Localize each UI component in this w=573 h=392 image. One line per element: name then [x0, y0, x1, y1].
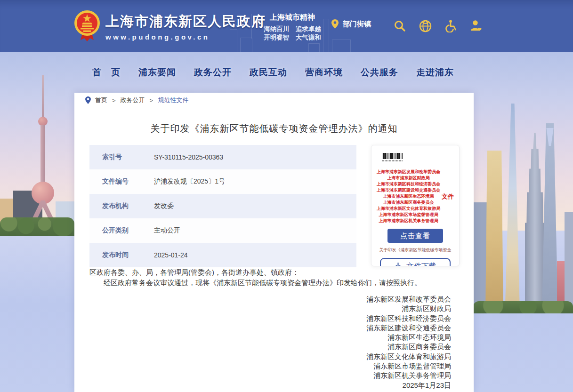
search-button[interactable]: [393, 19, 407, 33]
breadcrumb-home[interactable]: 首页: [95, 96, 107, 104]
breadcrumb-separator: >: [112, 97, 116, 104]
letterhead-agency: 上海市浦东新区财政局: [377, 175, 440, 181]
signature-block: 浦东新区发展和改革委员会 浦东新区财政局 浦东新区科技和经济委员会 浦东新区建设…: [74, 295, 474, 390]
nav-pudong-news[interactable]: 浦东要闻: [138, 66, 176, 79]
site-identity[interactable]: 上海市浦东新区人民政府 www.pudong.gov.cn: [105, 12, 266, 41]
site-url: www.pudong.gov.cn: [105, 33, 266, 41]
breadcrumb-pin-icon: [85, 96, 91, 104]
golden-tower: [485, 151, 503, 313]
breadcrumb-current[interactable]: 规范性文件: [158, 96, 188, 104]
shanghai-tower: [504, 104, 521, 313]
letterhead-agency: 上海市浦东新区发展和改革委员会: [377, 169, 440, 175]
waterfront-trees: [0, 217, 74, 236]
signature-agency: 浦东新区科技和经济委员会: [74, 314, 451, 323]
building: [565, 212, 573, 313]
meta-label: 发布机构: [89, 202, 154, 210]
letterhead-agency: 上海市浦东新区科技和经济委员会: [377, 181, 440, 187]
meta-label: 发布时间: [89, 251, 154, 259]
view-document-button[interactable]: 点击查看: [387, 229, 443, 243]
header-skyline-art: [332, 40, 351, 52]
city-spirit-line: 海纳百川 追求卓越: [259, 25, 325, 33]
document-letterhead: 上海市浦东新区发展和改革委员会 上海市浦东新区财政局 上海市浦东新区科技和经济委…: [371, 169, 459, 224]
article-salutation: 区政府各委、办、局，各管理局(管委会)，各街道办事处、镇政府：: [89, 267, 459, 278]
letterhead-agencies: 上海市浦东新区发展和改革委员会 上海市浦东新区财政局 上海市浦东新区科技和经济委…: [377, 169, 440, 224]
meta-value: SY-310115-2025-00363: [154, 153, 223, 161]
breadcrumb-section[interactable]: 政务公开: [121, 96, 145, 104]
search-icon: [394, 20, 406, 32]
world-financial-center: [542, 123, 558, 313]
national-emblem-logo[interactable]: [74, 10, 100, 44]
city-spirit-line: 开明睿智 大气谦和: [259, 33, 325, 42]
oriental-pearl-antenna: [42, 75, 44, 120]
letterhead-agency: 上海市浦东新区建设和交通委员会: [377, 187, 440, 193]
meta-value: 沪浦发改规〔2025〕1号: [154, 177, 225, 186]
article-title: 关于印发《浦东新区节能低碳专项资金管理办法》的通知: [74, 122, 474, 135]
city-spirit-block: 上海城市精神 海纳百川 追求卓越 开明睿智 大气谦和: [259, 13, 325, 41]
accessibility-button[interactable]: [444, 19, 458, 33]
nav-home[interactable]: 首 页: [92, 66, 121, 79]
nav-government-affairs[interactable]: 政务公开: [194, 66, 232, 79]
nav-public-services[interactable]: 公共服务: [361, 66, 398, 79]
header-toolbar: [393, 19, 483, 33]
wheelchair-icon: [444, 20, 457, 32]
download-icon: [394, 263, 402, 266]
content-panel: 首页 > 政务公开 > 规范性文件 关于印发《浦东新区节能低碳专项资金管理办法》…: [74, 93, 474, 392]
table-row: 公开类别 主动公开: [89, 218, 356, 243]
download-file-button[interactable]: 文件下载: [380, 258, 451, 266]
map-pin-icon: [331, 19, 339, 29]
signature-agency: 浦东新区生态环境局: [74, 333, 451, 342]
nav-about-pudong[interactable]: 走进浦东: [416, 66, 454, 79]
main-navigation: 首 页 浦东要闻 政务公开 政民互动 营商环境 公共服务 走进浦东: [74, 52, 474, 93]
signature-date: 2025年1月23日: [74, 381, 451, 390]
site-title: 上海市浦东新区人民政府: [105, 12, 266, 31]
letterhead-agency: 上海市浦东新区文化体育和旅游局: [377, 206, 440, 212]
meta-label: 索引号: [89, 153, 154, 161]
meta-table: 索引号 SY-310115-2025-00363 文件编号 沪浦发改规〔2025…: [89, 145, 356, 267]
document-preview-card: 上海市浦东新区发展和改革委员会 上海市浦东新区财政局 上海市浦东新区科技和经济委…: [371, 145, 460, 266]
breadcrumb-separator: >: [150, 97, 153, 104]
oriental-pearl-shaft: [40, 125, 45, 186]
user-account-button[interactable]: [469, 19, 483, 33]
site-header: 上海市浦东新区人民政府 www.pudong.gov.cn 上海城市精神 海纳百…: [0, 0, 573, 52]
view-button-zone: 点击查看: [371, 229, 459, 243]
article-body: 区政府各委、办、局，各管理局(管委会)，各街道办事处、镇政府： 经区政府常务会议…: [74, 267, 474, 288]
signature-agency: 浦东新区市场监督管理局: [74, 361, 451, 371]
right-skyline: [473, 104, 573, 313]
letterhead-agency: 上海市浦东新区生态环境局: [377, 193, 440, 200]
national-emblem-icon: [74, 10, 100, 42]
header-skyline-art: [308, 43, 320, 52]
nav-public-interaction[interactable]: 政民互动: [250, 66, 287, 79]
nav-business-environment[interactable]: 营商环境: [305, 66, 343, 79]
user-icon: [470, 20, 483, 32]
meta-label: 公开类别: [89, 226, 154, 235]
meta-value: 发改委: [154, 202, 174, 210]
letterhead-agency: 上海市浦东新区市场监督管理局: [377, 212, 440, 218]
oriental-pearl-upper-sphere: [38, 117, 48, 126]
document-caption: 关于印发《浦东新区节能低碳专项资金: [371, 247, 459, 253]
table-row: 文件编号 沪浦发改规〔2025〕1号: [89, 169, 356, 194]
breadcrumb: 首页 > 政务公开 > 规范性文件: [74, 93, 474, 108]
table-row: 索引号 SY-310115-2025-00363: [89, 145, 356, 169]
barcode: [382, 153, 403, 159]
header-divider: [251, 14, 251, 39]
article-meta-section: 索引号 SY-310115-2025-00363 文件编号 沪浦发改规〔2025…: [74, 145, 474, 267]
signature-agency: 浦东新区机关事务管理局: [74, 371, 451, 380]
barcode-caption: [382, 160, 403, 161]
table-row: 发布机构 发改委: [89, 194, 356, 218]
signature-agency: 浦东新区财政局: [74, 304, 451, 313]
letterhead-agency: 上海市浦东新区商务委员会: [377, 200, 440, 206]
signature-agency: 浦东新区商务委员会: [74, 342, 451, 352]
departments-link-label: 部门街镇: [343, 20, 371, 29]
signature-agency: 浦东新区文化体育和旅游局: [74, 352, 451, 361]
departments-link[interactable]: 部门街镇: [331, 19, 371, 29]
letterhead-doc-type: 文件: [442, 192, 454, 201]
meta-label: 文件编号: [89, 177, 154, 186]
table-row: 发布时间 2025-01-24: [89, 243, 356, 267]
city-spirit-title: 上海城市精神: [259, 13, 325, 23]
signature-agency: 浦东新区建设和交通委员会: [74, 323, 451, 333]
meta-value: 2025-01-24: [154, 251, 188, 259]
download-button-label: 文件下载: [406, 262, 436, 266]
jinmao-tower: [525, 133, 545, 313]
meta-value: 主动公开: [154, 226, 180, 235]
language-button[interactable]: [418, 19, 432, 33]
